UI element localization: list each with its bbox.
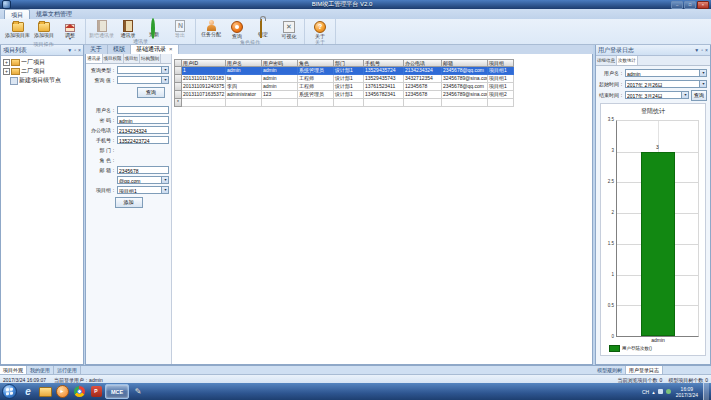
cell[interactable] (298, 99, 334, 107)
cell[interactable]: 12345678 (404, 83, 442, 91)
cell[interactable]: 系统管理员 (298, 91, 334, 99)
end-time-picker[interactable]: 2017年 3月24日 ▼ (625, 91, 689, 99)
cell[interactable]: 13761523411 (364, 83, 404, 91)
grid-new-row[interactable]: * (174, 99, 514, 107)
minimize-button[interactable]: – (671, 1, 683, 9)
chevron-down-icon[interactable]: ▼ (161, 76, 169, 84)
col-header-office-phone[interactable]: 办公电话 (404, 59, 442, 67)
tab-close-icon[interactable]: × (169, 46, 173, 52)
cell[interactable]: 13456782341 (364, 91, 404, 99)
log-username-select[interactable]: admin ▼ (625, 69, 707, 77)
table-row[interactable]: 201311011709183 ta admin 工程师 设计部1 135294… (174, 75, 514, 83)
cell[interactable]: 13529435724 (364, 67, 404, 75)
add-project-button[interactable]: 添加项目 (31, 19, 57, 38)
panel-pin-icon[interactable]: ▫ (701, 46, 703, 55)
cell[interactable]: 设计部1 (334, 83, 364, 91)
doc-tab-contacts[interactable]: 基础通讯录× (131, 44, 179, 54)
cell[interactable]: admin (262, 67, 298, 75)
taskbar-chrome-icon[interactable] (71, 385, 87, 398)
show-desktop-button[interactable] (703, 383, 709, 400)
cell[interactable]: 1 (182, 67, 226, 75)
close-button[interactable]: × (697, 1, 709, 9)
cell[interactable]: admin (262, 75, 298, 83)
doc-tab-template[interactable]: 模版 (108, 44, 131, 54)
form-search-button[interactable]: 查询 (137, 87, 165, 98)
tray-network-icon[interactable] (658, 389, 663, 394)
cell[interactable]: 2345678@qq.com (442, 67, 488, 75)
cell[interactable]: 设计部1 (334, 75, 364, 83)
col-header-email[interactable]: 邮箱 (442, 59, 488, 67)
tray-status-icon[interactable] (666, 389, 671, 394)
cell[interactable]: 201311071635372 (182, 91, 226, 99)
assign-task-button[interactable]: 任务分配 (198, 19, 224, 37)
taskbar-explorer-icon[interactable] (37, 385, 53, 398)
col-header-project-group[interactable]: 项目组 (488, 59, 514, 67)
form-tab-groups[interactable]: 项目组 (124, 54, 141, 63)
query-value-select[interactable]: ▼ (117, 76, 169, 84)
office-phone-field[interactable]: 2134234324 (117, 126, 169, 134)
panel-close-icon[interactable]: × (705, 46, 708, 55)
col-header-mobile[interactable]: 手机号 (364, 59, 404, 67)
cell[interactable]: 32456789@sina.com (442, 75, 488, 83)
row-header[interactable] (174, 75, 182, 83)
add-contact-button[interactable]: 新增通讯录 (88, 19, 115, 38)
taskbar-pdf-icon[interactable]: P (88, 385, 104, 398)
tray-language-indicator[interactable]: CH (642, 389, 649, 395)
expand-icon[interactable]: + (3, 68, 10, 75)
row-header[interactable] (174, 67, 182, 75)
taskbar-ie-icon[interactable]: e (20, 385, 36, 398)
col-header-role[interactable]: 角色 (298, 59, 334, 67)
chevron-down-icon[interactable]: ▼ (161, 66, 169, 74)
tree-item-new-project-node[interactable]: 新建项目级节点 (1, 76, 83, 85)
start-button[interactable] (2, 384, 17, 399)
form-tab-structure[interactable]: 结构预制 (140, 54, 161, 63)
cell[interactable]: 系统管理员 (298, 67, 334, 75)
maximize-button[interactable]: □ (684, 1, 696, 9)
cell[interactable]: 13529435743 (364, 75, 404, 83)
panel-dropdown-icon[interactable]: ▼ (694, 46, 699, 55)
cell[interactable]: administrator (226, 91, 262, 99)
chevron-down-icon[interactable]: ▼ (699, 80, 707, 88)
app-menu-button[interactable] (2, 0, 11, 9)
tree-item-plant2[interactable]: + 二厂项目 (1, 67, 83, 76)
ribbon-tab-doc-management[interactable]: 规章文档管理 (30, 9, 78, 19)
cell[interactable]: 工程师 (298, 83, 334, 91)
username-field[interactable] (117, 106, 169, 114)
add-project-library-button[interactable]: 添加项目库 (4, 19, 31, 38)
visualize-button[interactable]: 可视化 (276, 19, 302, 39)
query-button[interactable]: 查询 (224, 19, 250, 39)
cell[interactable] (442, 99, 488, 107)
row-header[interactable] (174, 83, 182, 91)
cell[interactable] (262, 99, 298, 107)
chevron-down-icon[interactable]: ▼ (699, 69, 707, 77)
cell[interactable]: 项目组1 (488, 83, 514, 91)
cell[interactable]: 李四 (226, 83, 262, 91)
doc-tab-about[interactable]: 关于 (85, 44, 108, 54)
ribbon-tab-project[interactable]: 项目 (4, 9, 30, 19)
cell[interactable]: 设计部1 (334, 67, 364, 75)
tab-count-stats[interactable]: 次数统计 (617, 56, 638, 65)
start-time-picker[interactable]: 2017年 2月26日 ▼ (625, 80, 707, 88)
expand-icon[interactable]: + (3, 59, 10, 66)
cell[interactable] (182, 99, 226, 107)
cell[interactable] (404, 99, 442, 107)
table-row[interactable]: 201311071635372 administrator 123 系统管理员 … (174, 91, 514, 99)
taskbar-media-player-icon[interactable]: ▸ (54, 385, 70, 398)
lock-button[interactable]: 锁定 (250, 19, 276, 37)
tab-detail-info[interactable]: 详细信息 (596, 56, 617, 65)
cell[interactable]: admin (262, 83, 298, 91)
refresh-button[interactable]: 更新 (141, 19, 167, 37)
contacts-button[interactable]: 通讯录 (115, 19, 141, 38)
taskbar-mce-app-active[interactable]: MCE (105, 384, 129, 399)
cell[interactable]: 12345678 (404, 91, 442, 99)
adjust-button[interactable]: 调整 ▼ (57, 19, 83, 41)
cell[interactable]: 项目组2 (488, 91, 514, 99)
cell[interactable]: 2134234324 (404, 67, 442, 75)
project-group-select[interactable]: 项目组1 ▼ (117, 186, 169, 194)
taskbar-clock[interactable]: 16:09 2017/3/24 (674, 386, 700, 398)
tree-item-plant1[interactable]: + 一厂项目 (1, 58, 83, 67)
email-field[interactable]: 2345678 (117, 166, 169, 174)
form-tab-contacts[interactable]: 通讯录 (86, 54, 103, 63)
taskbar-brush-icon[interactable]: ✎ (130, 385, 146, 398)
table-row[interactable]: 201311091240375 李四 admin 工程师 设计部1 137615… (174, 83, 514, 91)
